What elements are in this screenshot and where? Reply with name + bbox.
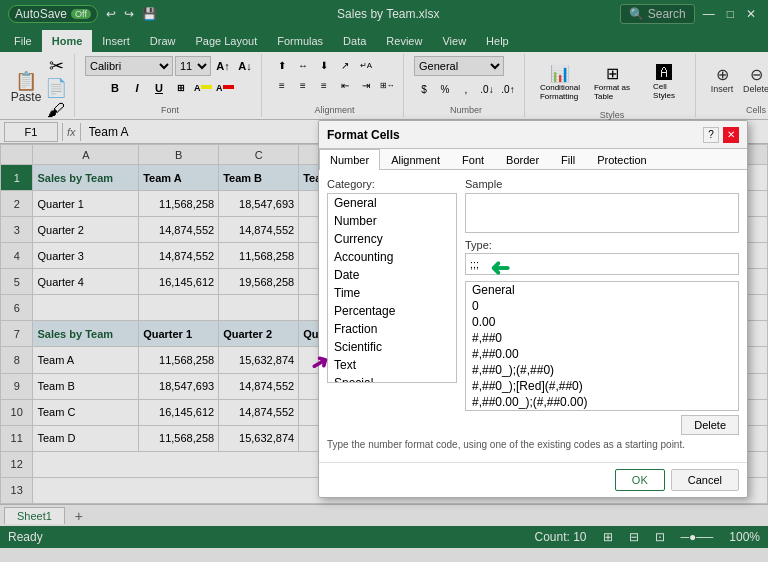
dialog-tab-border[interactable]: Border (495, 149, 550, 170)
dialog-tab-bar: Number Alignment Font Border Fill Protec… (319, 149, 747, 170)
dialog-close-button[interactable]: ✕ (723, 127, 739, 143)
format-item-accounting1[interactable]: #,##0_);(#,##0) (466, 362, 738, 378)
category-percentage[interactable]: Percentage (328, 302, 456, 320)
category-special[interactable]: Special (328, 374, 456, 383)
dialog-tab-alignment[interactable]: Alignment (380, 149, 451, 170)
cancel-button[interactable]: Cancel (671, 469, 739, 491)
format-item-hash0[interactable]: #,##0 (466, 330, 738, 346)
dialog-overlay: Format Cells ? ✕ Number Alignment Font B… (0, 0, 768, 562)
dialog-titlebar: Format Cells ? ✕ (319, 121, 747, 149)
dialog-content: Category: General Number Currency Accoun… (319, 170, 747, 462)
category-currency[interactable]: Currency (328, 230, 456, 248)
delete-format-button[interactable]: Delete (681, 415, 739, 435)
dialog-tab-number[interactable]: Number (319, 149, 380, 170)
dialog-controls: ? ✕ (703, 127, 739, 143)
ok-button[interactable]: OK (615, 469, 665, 491)
sample-label: Sample (465, 178, 739, 190)
category-accounting[interactable]: Accounting (328, 248, 456, 266)
dialog-tab-protection[interactable]: Protection (586, 149, 658, 170)
category-text[interactable]: Text (328, 356, 456, 374)
dialog-title: Format Cells (327, 128, 400, 142)
format-cells-dialog: Format Cells ? ✕ Number Alignment Font B… (318, 120, 748, 498)
dialog-help-button[interactable]: ? (703, 127, 719, 143)
format-item-accounting-red2[interactable]: #,##0.00_);[Red](#,##0.00) (466, 410, 738, 411)
format-item-accounting2[interactable]: #,##0.00_);(#,##0.00) (466, 394, 738, 410)
category-time[interactable]: Time (328, 284, 456, 302)
format-description: Type the number format code, using one o… (327, 439, 739, 450)
type-label: Type: (465, 239, 739, 251)
format-code-list: General 0 0.00 #,##0 #,##0.00 #,##0_);(#… (465, 281, 739, 411)
category-fraction[interactable]: Fraction (328, 320, 456, 338)
category-scientific[interactable]: Scientific (328, 338, 456, 356)
category-general[interactable]: General (328, 194, 456, 212)
green-arrow: ➜ (490, 255, 510, 283)
dialog-tab-fill[interactable]: Fill (550, 149, 586, 170)
dialog-tab-font[interactable]: Font (451, 149, 495, 170)
category-number[interactable]: Number (328, 212, 456, 230)
category-date[interactable]: Date (328, 266, 456, 284)
format-item-hash0.00[interactable]: #,##0.00 (466, 346, 738, 362)
format-item-general[interactable]: General (466, 282, 738, 298)
format-item-0.00[interactable]: 0.00 (466, 314, 738, 330)
category-label: Category: (327, 178, 457, 190)
category-list: General Number Currency Accounting Date … (327, 193, 457, 383)
format-item-0[interactable]: 0 (466, 298, 738, 314)
sample-box (465, 193, 739, 233)
format-item-accounting-red1[interactable]: #,##0_);[Red](#,##0) (466, 378, 738, 394)
dialog-footer: OK Cancel (319, 462, 747, 497)
